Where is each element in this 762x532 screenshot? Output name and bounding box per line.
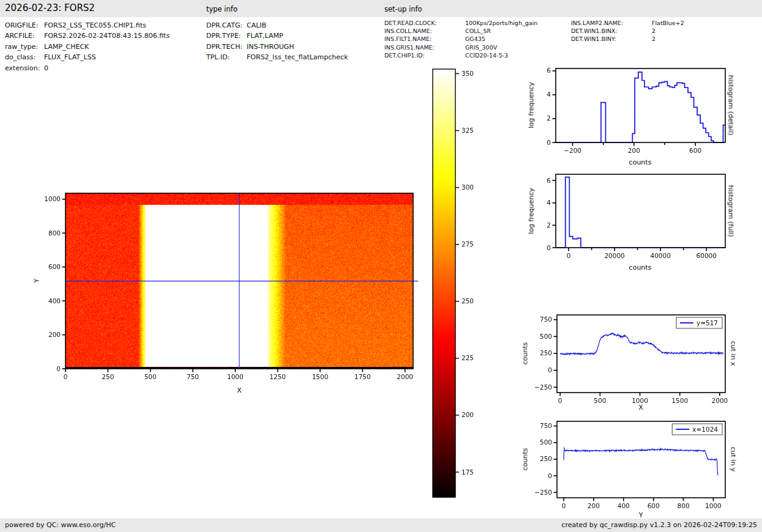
info-row: DET.WIN1.BINY:2 — [571, 35, 684, 43]
hist-full-side-label: histogram (full) — [727, 185, 735, 237]
header-bar — [0, 0, 762, 17]
info-row: ORIGFILE:FORS2_LSS_TEC055.CHIP1.fits — [5, 20, 170, 31]
cut-y-y-axis-label: counts — [521, 448, 529, 471]
raw-image-plot — [24, 177, 441, 401]
info-value: FORS2_lss_tec_flatLampcheck — [247, 53, 348, 61]
info-row: INS.GRIS1.NAME:GRIS_300V — [384, 43, 537, 51]
info-row: DET.READ.CLOCK:100Kps/2ports/high_gain — [384, 19, 537, 27]
info-value: 100Kps/2ports/high_gain — [465, 20, 537, 26]
histogram-detail-plot — [520, 61, 762, 160]
info-value: GG435 — [465, 35, 485, 42]
info-value: CCID20-14-5-3 — [465, 52, 508, 59]
cut-x-x-axis-label: X — [638, 404, 643, 412]
info-row: do_class:FLUX_FLAT_LSS — [5, 52, 170, 62]
info-label: TPL.ID: — [206, 52, 247, 62]
info-row: TPL.ID:FORS2_lss_tec_flatLampcheck — [206, 52, 348, 62]
cut-y-side-label: cut in y — [730, 447, 738, 472]
info-label: extension: — [5, 63, 44, 73]
info-row: extension:0 — [5, 63, 170, 73]
hist-full-x-axis-label: counts — [629, 264, 652, 272]
info-value: 2 — [652, 35, 656, 42]
info-label: DET.WIN1.BINX: — [571, 27, 652, 35]
info-row: INS.COLL.NAME:COLL_SR — [384, 27, 537, 35]
info-value: 2 — [652, 28, 656, 34]
info-row: INS.FILT1.NAME:GG435 — [384, 35, 537, 43]
cut-x-y-axis-label: counts — [521, 342, 529, 365]
page-title: 2026-02-23: FORS2 — [5, 2, 95, 13]
footer-powered-by: powered by QC: www.eso.org/HC — [5, 521, 116, 529]
info-row: DPR.TYPE:FLAT,LAMP — [206, 31, 348, 41]
info-label: DPR.TECH: — [206, 42, 247, 52]
hist-detail-side-label: histogram (detail) — [727, 75, 735, 136]
info-label: ORIGFILE: — [5, 20, 44, 31]
info-row: DET.WIN1.BINX:2 — [571, 27, 684, 35]
info-label: raw_type: — [5, 42, 44, 52]
info-label: do_class: — [5, 52, 44, 62]
setup-info-col2: INS.LAMP2.NAME:FlatBlue+2 DET.WIN1.BINX:… — [571, 19, 684, 43]
cut-y-x-axis-label: Y — [639, 511, 643, 519]
info-value: FORS2_LSS_TEC055.CHIP1.fits — [44, 21, 146, 29]
info-label: DPR.CATG: — [206, 20, 247, 31]
colorbar — [422, 61, 490, 506]
type-info-heading: type info — [206, 5, 237, 13]
info-row: DPR.CATG:CALIB — [206, 20, 348, 31]
info-label: DPR.TYPE: — [206, 31, 247, 41]
info-row: ARCFILE:FORS2.2026-02-24T08:43:15.806.fi… — [5, 31, 170, 41]
info-label: DET.READ.CLOCK: — [384, 19, 465, 27]
main-y-axis-label: Y — [33, 279, 41, 283]
info-label: INS.FILT1.NAME: — [384, 35, 465, 43]
info-value: FLAT,LAMP — [247, 32, 283, 40]
info-label: INS.LAMP2.NAME: — [571, 19, 652, 27]
info-row: raw_type:LAMP_CHECK — [5, 42, 170, 52]
info-value: INS-THROUGH — [247, 43, 294, 51]
setup-info-col1: DET.READ.CLOCK:100Kps/2ports/high_gain I… — [384, 19, 537, 59]
info-value: FlatBlue+2 — [652, 20, 684, 26]
info-value: LAMP_CHECK — [44, 43, 89, 51]
info-value: FLUX_FLAT_LSS — [44, 53, 96, 61]
info-row: DPR.TECH:INS-THROUGH — [206, 42, 348, 52]
cut-x-side-label: cut in x — [730, 341, 738, 366]
info-value: GRIS_300V — [465, 44, 497, 51]
hist-detail-y-axis-label: log frequency — [528, 82, 536, 128]
info-label: ARCFILE: — [5, 31, 44, 41]
type-info-table: DPR.CATG:CALIB DPR.TYPE:FLAT,LAMP DPR.TE… — [206, 20, 348, 63]
cut-in-y-plot — [520, 415, 762, 511]
cut-in-x-plot — [520, 309, 762, 405]
info-label: DET.WIN1.BINY: — [571, 35, 652, 43]
info-row: DET.CHIP1.ID:CCID20-14-5-3 — [384, 51, 537, 59]
file-info-table: ORIGFILE:FORS2_LSS_TEC055.CHIP1.fits ARC… — [5, 20, 170, 73]
info-value: CALIB — [247, 21, 266, 29]
info-label: INS.GRIS1.NAME: — [384, 43, 465, 51]
hist-detail-x-axis-label: counts — [629, 158, 652, 166]
info-value: COLL_SR — [465, 28, 491, 34]
info-value: FORS2.2026-02-24T08:43:15.806.fits — [44, 32, 170, 40]
info-row: INS.LAMP2.NAME:FlatBlue+2 — [571, 19, 684, 27]
info-label: INS.COLL.NAME: — [384, 27, 465, 35]
hist-full-y-axis-label: log frequency — [528, 188, 536, 234]
main-x-axis-label: X — [237, 386, 242, 394]
footer-created-by: created by qc_rawdisp.py v1.2.3 on 2026-… — [561, 521, 757, 529]
histogram-full-plot — [520, 166, 762, 263]
info-label: DET.CHIP1.ID: — [384, 51, 465, 59]
info-value: 0 — [44, 64, 48, 72]
setup-info-heading: set-up info — [384, 5, 422, 13]
